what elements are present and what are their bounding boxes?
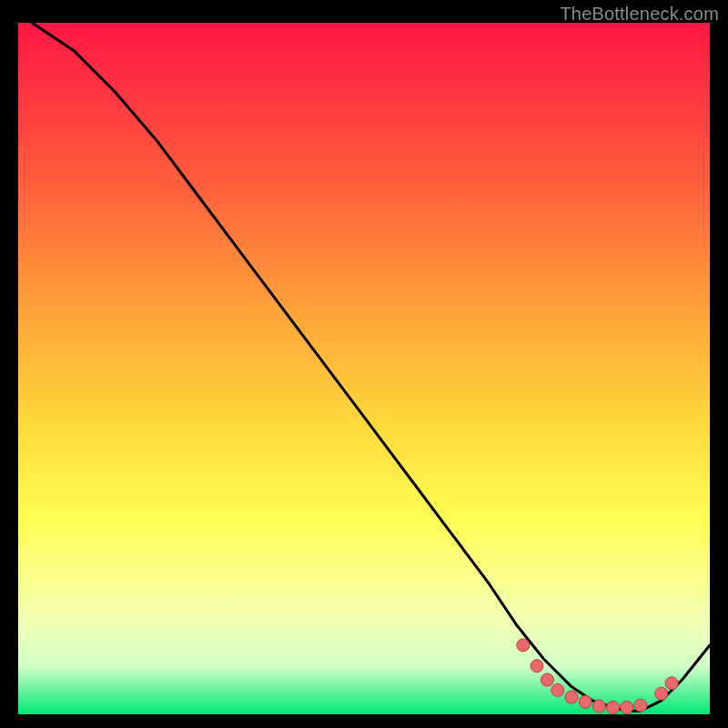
data-marker — [665, 677, 678, 690]
data-marker — [655, 687, 668, 700]
data-marker — [565, 691, 578, 703]
chart-svg — [18, 23, 710, 714]
data-marker — [541, 673, 553, 686]
data-marker — [592, 700, 605, 713]
gradient-background — [18, 23, 710, 714]
data-marker — [607, 701, 620, 713]
data-marker — [551, 683, 564, 696]
data-marker — [531, 660, 543, 672]
chart-frame: TheBottleneck.com — [0, 0, 728, 728]
plot-area — [18, 23, 710, 714]
data-marker — [621, 701, 633, 713]
data-marker — [579, 695, 592, 708]
data-marker — [517, 639, 530, 652]
data-marker — [634, 699, 647, 712]
attribution-text: TheBottleneck.com — [560, 4, 719, 25]
